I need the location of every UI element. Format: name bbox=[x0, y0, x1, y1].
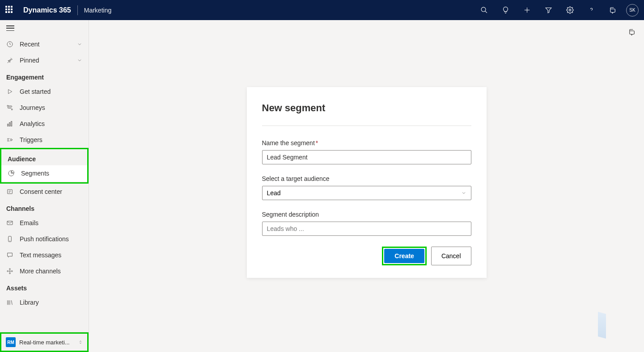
sidebar-item-segments[interactable]: Segments bbox=[1, 165, 87, 181]
app-launcher-icon[interactable] bbox=[5, 6, 14, 15]
analytics-icon bbox=[6, 120, 13, 127]
journey-icon bbox=[6, 104, 13, 111]
sidebar-item-journeys[interactable]: Journeys bbox=[0, 100, 89, 116]
trigger-icon bbox=[6, 136, 13, 143]
decorative-shape bbox=[598, 312, 606, 339]
search-icon[interactable] bbox=[473, 0, 495, 20]
svg-rect-8 bbox=[8, 124, 8, 126]
area-switcher: RM Real-time marketi... bbox=[0, 332, 89, 352]
sidebar-item-consent-center[interactable]: Consent center bbox=[0, 184, 89, 200]
sidebar-group-assets: Assets bbox=[0, 279, 89, 294]
more-channels-icon bbox=[6, 268, 13, 275]
gear-icon[interactable] bbox=[559, 0, 580, 20]
create-button[interactable]: Create bbox=[384, 249, 424, 263]
avatar[interactable]: SK bbox=[626, 4, 639, 17]
segment-description-label: Segment description bbox=[262, 211, 471, 218]
module-label[interactable]: Marketing bbox=[84, 7, 111, 14]
area-badge: RM bbox=[6, 337, 16, 347]
play-icon bbox=[6, 88, 13, 95]
sidebar-item-label: Triggers bbox=[20, 136, 82, 143]
sidebar-item-more-channels[interactable]: More channels bbox=[0, 263, 89, 279]
svg-rect-9 bbox=[9, 122, 10, 126]
chevron-down-icon bbox=[77, 42, 82, 47]
email-icon bbox=[6, 219, 13, 226]
sidebar-item-label: Get started bbox=[20, 88, 82, 95]
sidebar-group-engagement: Engagement bbox=[0, 68, 89, 84]
sidebar-group-channels: Channels bbox=[0, 200, 89, 215]
new-segment-dialog: New segment Name the segment* Select a t… bbox=[247, 87, 487, 278]
plus-icon[interactable] bbox=[516, 0, 538, 20]
hamburger-icon[interactable] bbox=[0, 20, 89, 36]
sms-icon bbox=[6, 251, 13, 259]
sidebar-item-label: Text messages bbox=[20, 251, 82, 259]
chat-icon[interactable] bbox=[602, 0, 623, 20]
sidebar-item-get-started[interactable]: Get started bbox=[0, 84, 89, 100]
svg-rect-12 bbox=[7, 221, 13, 225]
main-content: New segment Name the segment* Select a t… bbox=[89, 20, 644, 352]
top-navbar: Dynamics 365 Marketing SK bbox=[0, 0, 644, 20]
required-mark: * bbox=[316, 139, 318, 147]
chevron-updown-icon bbox=[78, 339, 83, 345]
divider bbox=[77, 5, 78, 15]
svg-line-1 bbox=[485, 11, 487, 13]
svg-point-15 bbox=[9, 271, 11, 272]
area-label: Real-time marketi... bbox=[19, 339, 75, 346]
segment-description-input[interactable] bbox=[262, 222, 471, 236]
sidebar-item-label: More channels bbox=[20, 268, 82, 275]
consent-icon bbox=[6, 188, 13, 195]
sidebar-item-triggers[interactable]: Triggers bbox=[0, 132, 89, 148]
svg-point-4 bbox=[569, 9, 571, 11]
top-actions: SK bbox=[473, 0, 639, 20]
sidebar-group-audience: Audience bbox=[1, 150, 87, 165]
svg-point-18 bbox=[7, 271, 8, 272]
sidebar-item-label: Emails bbox=[20, 219, 82, 226]
help-icon[interactable] bbox=[580, 0, 602, 20]
sidebar-item-label: Consent center bbox=[20, 188, 82, 195]
sidebar-item-label: Journeys bbox=[20, 104, 82, 111]
svg-point-16 bbox=[9, 268, 11, 270]
segment-name-input[interactable] bbox=[262, 150, 471, 164]
cancel-button[interactable]: Cancel bbox=[431, 247, 471, 265]
sidebar-item-pinned[interactable]: Pinned bbox=[0, 52, 89, 68]
chevron-down-icon bbox=[461, 190, 466, 196]
svg-point-0 bbox=[481, 7, 486, 12]
dialog-title: New segment bbox=[262, 102, 471, 126]
sidebar-item-emails[interactable]: Emails bbox=[0, 215, 89, 231]
svg-rect-11 bbox=[8, 189, 13, 193]
sidebar-item-label: Library bbox=[20, 299, 82, 306]
sidebar-item-label: Pinned bbox=[20, 57, 71, 64]
area-switcher-button[interactable]: RM Real-time marketi... bbox=[1, 335, 87, 350]
svg-point-6 bbox=[7, 105, 8, 107]
sidebar-item-recent[interactable]: Recent bbox=[0, 36, 89, 52]
library-icon bbox=[6, 299, 13, 306]
sidebar-item-label: Recent bbox=[20, 41, 71, 48]
sidebar: Recent Pinned Engagement Get started bbox=[0, 20, 89, 352]
highlight-create-button: Create bbox=[382, 247, 427, 265]
sidebar-item-analytics[interactable]: Analytics bbox=[0, 116, 89, 132]
segments-icon bbox=[8, 170, 15, 177]
panel-chat-icon[interactable] bbox=[628, 28, 636, 36]
select-value: Lead bbox=[267, 189, 281, 197]
svg-rect-10 bbox=[11, 122, 12, 126]
target-audience-select[interactable]: Lead bbox=[262, 186, 471, 200]
sidebar-item-label: Push notifications bbox=[20, 235, 82, 243]
svg-point-17 bbox=[9, 272, 11, 274]
pin-icon bbox=[6, 57, 13, 64]
svg-point-19 bbox=[11, 271, 13, 272]
sidebar-item-push[interactable]: Push notifications bbox=[0, 231, 89, 247]
chevron-down-icon bbox=[77, 58, 82, 63]
sidebar-item-library[interactable]: Library bbox=[0, 294, 89, 310]
clock-icon bbox=[6, 41, 13, 48]
target-audience-label: Select a target audience bbox=[262, 175, 471, 182]
sidebar-item-label: Analytics bbox=[20, 120, 82, 127]
segment-name-label: Name the segment* bbox=[262, 139, 471, 147]
svg-point-7 bbox=[11, 109, 13, 110]
sidebar-item-text-messages[interactable]: Text messages bbox=[0, 247, 89, 263]
highlight-audience-section: Audience Segments bbox=[0, 148, 89, 184]
push-icon bbox=[6, 235, 13, 243]
sidebar-item-label: Segments bbox=[21, 170, 81, 177]
filter-icon[interactable] bbox=[538, 0, 559, 20]
brand-label: Dynamics 365 bbox=[23, 6, 71, 14]
lightbulb-icon[interactable] bbox=[495, 0, 516, 20]
